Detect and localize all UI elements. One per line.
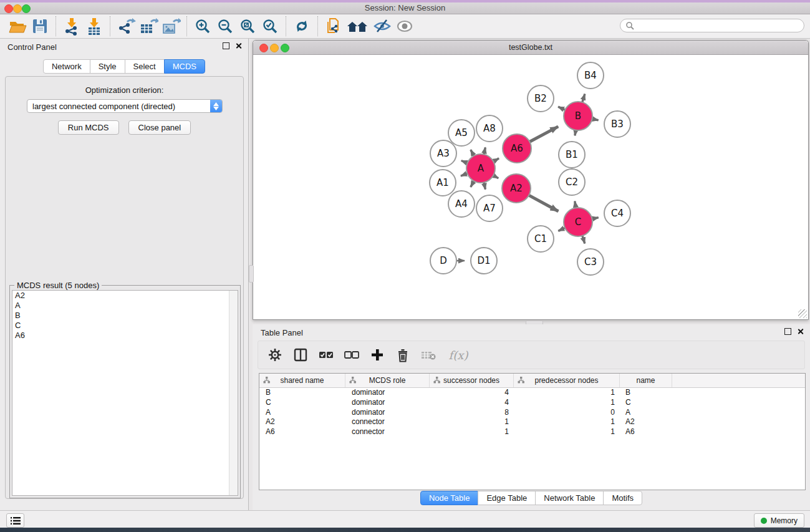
network-canvas[interactable]: B4B2BB3B1C2A5A8A6A3AA1A2A4A7C4CC1C3DD1: [253, 55, 808, 319]
control-panel: Control Panel NetworkStyleSelectMCDS Opt…: [0, 39, 249, 510]
table-cell: connector: [345, 417, 430, 427]
eye-slash-icon[interactable]: [371, 16, 393, 37]
network-view-window: testGlobe.txt B4B2BB3B1C2A5A8A6A3AA1A2A4…: [253, 40, 809, 320]
column-header-name[interactable]: name: [620, 374, 672, 387]
select-all-icon[interactable]: [318, 347, 334, 363]
mcds-result-item[interactable]: A: [12, 301, 238, 311]
mcds-result-item[interactable]: A2: [12, 291, 238, 301]
control-tab-mcds[interactable]: MCDS: [164, 59, 205, 74]
table-cell: connector: [345, 427, 430, 437]
mcds-result-item[interactable]: C: [12, 321, 238, 331]
dropdown-stepper-icon: [210, 100, 222, 112]
table-row[interactable]: Adominator80A: [259, 408, 805, 418]
graph-edge-A2-C[interactable]: [528, 195, 558, 211]
status-bar: Memory: [0, 510, 810, 528]
optimization-criterion-label: Optimization criterion:: [6, 85, 243, 95]
memory-status-icon: [761, 518, 767, 524]
graph-node-label: C: [575, 216, 581, 228]
zoom-selected-icon[interactable]: [259, 16, 281, 37]
graph-node-label: B4: [584, 70, 597, 81]
app-title: Session: New Session: [0, 2, 810, 14]
table-cell: 1: [430, 417, 514, 427]
export-network-icon[interactable]: [115, 16, 137, 37]
table-tab-edge-table[interactable]: Edge Table: [478, 491, 536, 505]
close-panel-icon[interactable]: [797, 328, 804, 335]
table-cell: 4: [430, 388, 514, 398]
table-panel-title: Table Panel: [261, 328, 303, 337]
function-builder-icon[interactable]: f(x): [446, 347, 471, 363]
column-header-predecessor-nodes[interactable]: predecessor nodes: [514, 374, 620, 387]
column-header-mcds-role[interactable]: MCDS role: [345, 374, 430, 387]
mcds-result-item[interactable]: A6: [12, 331, 238, 341]
toolbar-separator: [317, 16, 318, 36]
table-tab-motifs[interactable]: Motifs: [603, 491, 642, 505]
zoom-traffic-light[interactable]: [281, 44, 289, 52]
task-history-button[interactable]: [6, 513, 24, 528]
toolbar-separator: [186, 16, 187, 36]
mcds-tab-content: Optimization criterion: largest connecte…: [5, 76, 244, 499]
duplicate-network-icon[interactable]: [322, 16, 345, 37]
table-settings-icon[interactable]: [267, 347, 283, 363]
table-cell: 1: [514, 398, 620, 408]
column-header-successor-nodes[interactable]: successor nodes: [430, 374, 514, 387]
search-input[interactable]: [634, 21, 804, 31]
delete-table-icon[interactable]: [420, 347, 436, 363]
open-session-icon[interactable]: [6, 16, 29, 37]
eye-icon[interactable]: [393, 16, 416, 37]
network-home-icon[interactable]: [345, 16, 371, 37]
search-field[interactable]: [620, 19, 804, 32]
memory-label: Memory: [771, 516, 798, 525]
column-visibility-icon[interactable]: [292, 347, 309, 363]
table-row[interactable]: A2connector11A2: [259, 417, 805, 427]
zoom-in-icon[interactable]: [191, 16, 214, 37]
criterion-dropdown[interactable]: largest connected component (directed): [27, 99, 223, 113]
minimize-traffic-light[interactable]: [270, 44, 279, 52]
import-network-icon[interactable]: [60, 16, 83, 37]
zoom-out-icon[interactable]: [214, 16, 236, 37]
table-row[interactable]: Cdominator41C: [259, 398, 805, 408]
add-column-icon[interactable]: [369, 347, 385, 363]
control-panel-tabs: NetworkStyleSelectMCDS: [0, 59, 248, 74]
export-table-icon[interactable]: [137, 16, 160, 37]
refresh-icon[interactable]: [291, 16, 313, 37]
zoom-traffic-light[interactable]: [22, 4, 31, 13]
table-tab-network-table[interactable]: Network Table: [535, 491, 604, 505]
scrollbar-track[interactable]: [229, 291, 238, 495]
table-tab-node-table[interactable]: Node Table: [420, 491, 479, 505]
table-row[interactable]: Bdominator41B: [259, 388, 805, 398]
column-header-shared-name[interactable]: shared name: [259, 374, 345, 387]
float-panel-icon[interactable]: [223, 42, 229, 49]
mcds-result-item[interactable]: B: [12, 311, 238, 321]
table-toolbar: f(x): [258, 341, 805, 369]
table-cell: B: [259, 388, 345, 398]
vertical-split-grip[interactable]: [249, 265, 254, 283]
table-row[interactable]: A6connector11A6: [259, 427, 805, 437]
window-resize-grip[interactable]: [798, 309, 807, 318]
control-tab-select[interactable]: Select: [125, 59, 165, 74]
desktop-wallpaper-strip: [0, 528, 810, 532]
close-traffic-light[interactable]: [4, 4, 13, 13]
graph-node-label: D: [440, 255, 447, 266]
delete-column-icon[interactable]: [395, 347, 411, 363]
float-panel-icon[interactable]: [784, 328, 791, 335]
table-cell: A6: [259, 427, 345, 437]
graph-edge-A6-B[interactable]: [529, 127, 559, 142]
export-image-icon[interactable]: [160, 16, 182, 37]
import-table-icon[interactable]: [83, 16, 105, 37]
run-mcds-button[interactable]: Run MCDS: [58, 120, 119, 135]
minimize-traffic-light[interactable]: [13, 4, 22, 13]
table-cell: A6: [620, 427, 672, 437]
control-tab-style[interactable]: Style: [90, 59, 125, 74]
control-panel-title: Control Panel: [7, 42, 57, 52]
table-cell: B: [620, 388, 672, 398]
close-panel-button[interactable]: Close panel: [128, 120, 191, 135]
mcds-result-list[interactable]: A2ABCA6: [12, 290, 238, 496]
network-window-titlebar[interactable]: testGlobe.txt: [253, 41, 808, 55]
memory-button[interactable]: Memory: [754, 513, 804, 528]
control-tab-network[interactable]: Network: [43, 59, 90, 74]
zoom-fit-icon[interactable]: [236, 16, 259, 37]
close-panel-icon[interactable]: [235, 42, 242, 49]
deselect-all-icon[interactable]: [344, 347, 360, 363]
close-traffic-light[interactable]: [259, 44, 268, 52]
save-session-icon[interactable]: [29, 16, 51, 37]
